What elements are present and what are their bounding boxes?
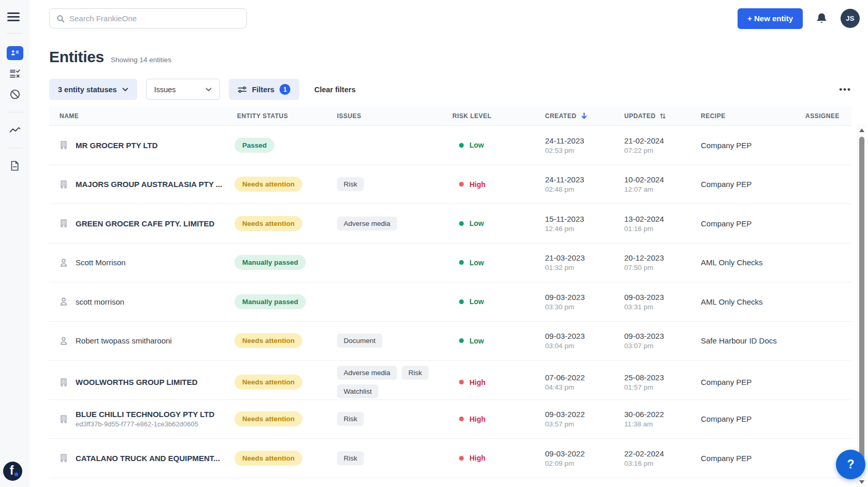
table-row[interactable]: Robert twopass smitharooni Needs attenti… bbox=[49, 322, 851, 361]
updated-time: 01:16 pm bbox=[624, 225, 699, 233]
updated-cell: 21-02-2024 07:22 pm bbox=[621, 136, 699, 154]
status-cell: Passed bbox=[225, 138, 331, 153]
menu-icon[interactable] bbox=[7, 12, 20, 21]
created-cell: 21-03-2023 01:32 pm bbox=[541, 253, 621, 271]
issues-cell bbox=[331, 296, 448, 307]
risk-cell: High bbox=[448, 180, 541, 189]
sidebar-divider bbox=[7, 33, 22, 34]
risk-cell: Low bbox=[448, 337, 541, 345]
clear-filters-button[interactable]: Clear filters bbox=[314, 85, 356, 94]
risk-label: Low bbox=[469, 259, 484, 267]
recipe-cell: AML Only Checks bbox=[699, 297, 802, 306]
entity-name: BLUE CHILLI TECHNOLOGY PTY LTD bbox=[76, 410, 214, 419]
issues-cell: Adverse media bbox=[331, 211, 448, 236]
more-options-button[interactable]: ••• bbox=[839, 85, 851, 94]
sidebar-divider bbox=[7, 112, 23, 112]
table-row[interactable]: Scott Morrison Manually passed Low 21-03… bbox=[49, 244, 851, 283]
updated-time: 03:31 pm bbox=[624, 303, 699, 311]
table-row[interactable]: GREEN GROCER CAFE PTY. LIMITED Needs att… bbox=[49, 204, 851, 244]
sort-desc-icon bbox=[580, 112, 588, 120]
page-title: Entities bbox=[49, 48, 104, 66]
column-header-issues[interactable]: ISSUES bbox=[331, 112, 448, 120]
filters-button[interactable]: Filters 1 bbox=[229, 79, 300, 100]
entity-name: MAJORS GROUP AUSTRALASIA PTY ... bbox=[76, 180, 222, 189]
updated-cell: 09-03-2023 03:07 pm bbox=[621, 332, 699, 350]
column-header-name[interactable]: NAME bbox=[49, 112, 225, 120]
person-icon bbox=[58, 257, 69, 268]
sidebar-item-documents[interactable] bbox=[0, 155, 30, 176]
logo-f: f bbox=[10, 464, 14, 478]
sidebar-item-monitoring[interactable] bbox=[0, 120, 30, 140]
entity-name: WOOLWORTHS GROUP LIMITED bbox=[76, 378, 198, 386]
issues-cell: Risk bbox=[331, 172, 448, 196]
table-row[interactable]: MR GROCER PTY LTD Passed Low 24-11-2023 … bbox=[49, 126, 851, 165]
table-row[interactable]: scott morrison Manually passed Low 09-03… bbox=[49, 282, 851, 322]
risk-cell: High bbox=[448, 378, 541, 386]
column-header-created[interactable]: CREATED bbox=[541, 112, 621, 120]
column-header-entity-status[interactable]: ENTITY STATUS bbox=[225, 112, 331, 120]
table-row[interactable]: WOOLWORTHS GROUP LIMITED Needs attention… bbox=[49, 361, 851, 400]
name-cell: WOOLWORTHS GROUP LIMITED bbox=[49, 377, 225, 388]
checklist-icon bbox=[9, 68, 21, 79]
scroll-down-arrow[interactable] bbox=[859, 480, 864, 484]
entities-table: NAMEENTITY STATUSISSUESRISK LEVELCREATED… bbox=[49, 106, 851, 478]
issue-chip: Adverse media bbox=[337, 217, 397, 231]
column-header-assignee[interactable]: ASSIGNEE bbox=[802, 112, 851, 120]
issues-dropdown[interactable]: Issues bbox=[146, 79, 220, 100]
name-cell: Scott Morrison bbox=[49, 257, 225, 268]
created-time: 03:04 pm bbox=[545, 342, 621, 350]
risk-cell: High bbox=[448, 415, 541, 423]
sidebar-item-entities[interactable] bbox=[0, 42, 30, 63]
created-time: 04:43 pm bbox=[545, 383, 621, 391]
updated-time: 03:07 pm bbox=[624, 342, 699, 350]
column-header-risk-level[interactable]: RISK LEVEL bbox=[448, 112, 541, 120]
column-header-recipe[interactable]: RECIPE bbox=[699, 112, 802, 120]
name-cell: MR GROCER PTY LTD bbox=[49, 140, 225, 150]
new-entity-button[interactable]: + New entity bbox=[738, 8, 803, 29]
avatar[interactable]: JS bbox=[841, 9, 860, 28]
updated-date: 30-06-2022 bbox=[624, 410, 699, 419]
created-cell: 07-06-2022 04:43 pm bbox=[541, 373, 621, 391]
entity-statuses-label: 3 entity statuses bbox=[58, 85, 117, 94]
name-cell: BLUE CHILLI TECHNOLOGY PTY LTD ed3ff37b-… bbox=[49, 410, 225, 428]
created-time: 03:57 pm bbox=[545, 420, 621, 428]
updated-date: 21-02-2024 bbox=[624, 136, 699, 145]
recipe-label: Company PEP bbox=[701, 141, 752, 150]
table-row[interactable]: BLUE CHILLI TECHNOLOGY PTY LTD ed3ff37b-… bbox=[49, 400, 851, 439]
scrollbar-thumb[interactable] bbox=[859, 137, 864, 467]
sidebar: f bbox=[0, 0, 30, 487]
scroll-up-arrow[interactable] bbox=[859, 128, 864, 132]
recipe-label: Company PEP bbox=[701, 180, 752, 189]
status-cell: Manually passed bbox=[225, 294, 331, 309]
status-cell: Needs attention bbox=[225, 451, 331, 466]
entity-count: Showing 14 entities bbox=[111, 56, 171, 64]
risk-dot bbox=[459, 221, 464, 226]
status-badge: Passed bbox=[234, 138, 274, 153]
company-icon bbox=[58, 218, 69, 228]
updated-date: 10-02-2024 bbox=[624, 175, 699, 184]
entity-id: ed3ff37b-9d55-f777-e862-1ce3b62d0605 bbox=[76, 420, 214, 428]
entity-statuses-dropdown[interactable]: 3 entity statuses bbox=[49, 79, 137, 100]
risk-label: High bbox=[469, 180, 486, 189]
table-row[interactable]: CATALANO TRUCK AND EQUIPMENT... Needs at… bbox=[49, 439, 851, 478]
document-icon bbox=[10, 160, 20, 171]
column-header-updated[interactable]: UPDATED bbox=[621, 112, 699, 120]
status-cell: Needs attention bbox=[225, 333, 331, 348]
issues-cell bbox=[331, 140, 448, 150]
table-row[interactable]: MAJORS GROUP AUSTRALASIA PTY ... Needs a… bbox=[49, 165, 851, 205]
search-box[interactable] bbox=[49, 8, 247, 28]
blocklist-icon bbox=[9, 89, 21, 100]
created-cell: 24-11-2023 02:48 pm bbox=[541, 175, 621, 193]
risk-cell: Low bbox=[448, 259, 541, 267]
help-button[interactable]: ? bbox=[836, 450, 865, 479]
notifications-button[interactable] bbox=[816, 12, 828, 25]
column-label: ASSIGNEE bbox=[805, 112, 840, 120]
trend-icon bbox=[9, 126, 21, 134]
status-cell: Manually passed bbox=[225, 255, 331, 270]
sidebar-item-blocklist[interactable] bbox=[0, 84, 30, 105]
entity-name: MR GROCER PTY LTD bbox=[76, 141, 158, 150]
entity-name: Robert twopass smitharooni bbox=[76, 336, 172, 345]
recipe-cell: Company PEP bbox=[699, 180, 802, 189]
search-input[interactable] bbox=[69, 14, 240, 23]
sidebar-item-checklist[interactable] bbox=[0, 63, 30, 84]
